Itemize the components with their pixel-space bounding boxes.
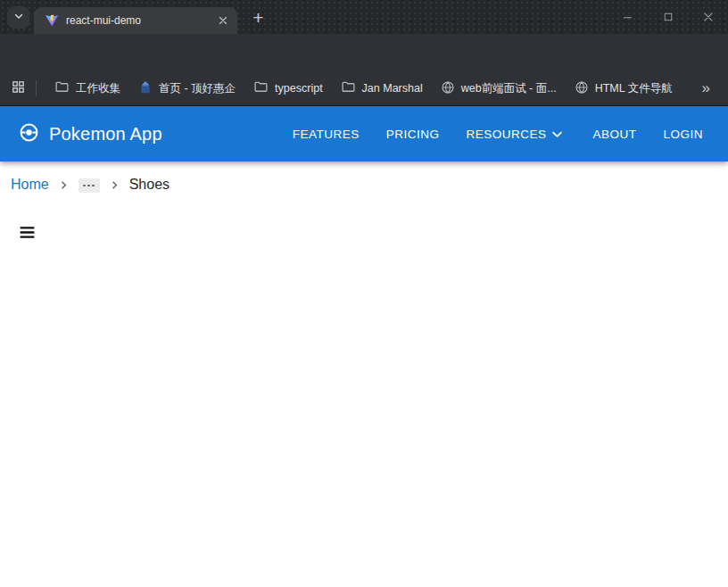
bookmark-folder-typescript[interactable]: typescript — [244, 76, 332, 101]
nav-login-button[interactable]: LOGIN — [656, 122, 710, 146]
more-horiz-icon — [83, 185, 86, 187]
bookmark-label: 工作收集 — [76, 81, 120, 96]
minimize-button[interactable] — [608, 0, 648, 34]
close-window-button[interactable] — [688, 0, 728, 34]
nav-about-button[interactable]: ABOUT — [585, 122, 643, 146]
bookmark-web-interview[interactable]: web前端面试 - 面... — [432, 77, 566, 101]
nav-features-label: FEATURES — [293, 128, 360, 141]
nav-resources-label: RESOURCES — [466, 128, 546, 141]
nav-pricing-label: PRICING — [386, 128, 440, 141]
breadcrumb-current-page: Shoes — [129, 177, 170, 193]
bookmark-label: web前端面试 - 面... — [461, 81, 557, 96]
bookmark-label: typescript — [275, 82, 323, 95]
bookmark-label: Jan Marshal — [362, 82, 423, 95]
bookmark-html-nav[interactable]: HTML 文件导航 — [566, 77, 682, 101]
nav-pricing-button[interactable]: PRICING — [379, 122, 447, 146]
apps-grid-button[interactable] — [7, 78, 29, 99]
folder-icon — [54, 79, 70, 97]
appbar: Pokemon App FEATURES PRICING RESOURCES A… — [0, 106, 728, 161]
breadcrumb-home-link[interactable]: Home — [11, 177, 49, 193]
appbar-nav: FEATURES PRICING RESOURCES ABOUT LOGIN — [285, 118, 710, 151]
tab-strip: react-mui-demo + — [0, 0, 728, 34]
bookmarks-separator — [36, 80, 37, 96]
site-favicon — [138, 80, 153, 97]
vite-favicon-icon — [45, 13, 59, 28]
bookmarks-overflow-button[interactable]: » — [697, 78, 716, 99]
browser-window: react-mui-demo + — [0, 0, 728, 587]
globe-icon — [575, 80, 589, 97]
bookmark-folder-work[interactable]: 工作收集 — [46, 76, 129, 101]
apps-grid-icon — [11, 79, 26, 98]
chevron-right-icon — [56, 178, 71, 193]
bookmark-folder-jan-marshal[interactable]: Jan Marshal — [332, 76, 432, 101]
browser-tab[interactable]: react-mui-demo — [34, 7, 237, 34]
hamburger-menu-button[interactable] — [14, 221, 39, 246]
window-controls — [608, 0, 728, 34]
app-title: Pokemon App — [49, 124, 162, 145]
globe-icon — [441, 80, 455, 97]
chevron-right-icon — [107, 178, 122, 193]
hamburger-icon — [18, 223, 37, 245]
tab-search-button[interactable] — [7, 6, 29, 29]
tab-title: react-mui-demo — [66, 14, 215, 27]
browser-toolbar: localhost:5173/# — [0, 34, 728, 71]
pokeball-logo-button[interactable] — [11, 116, 46, 152]
dropdown-arrow-icon — [549, 123, 566, 145]
chevron-down-icon — [12, 10, 25, 26]
bookmark-label: HTML 文件导航 — [595, 81, 673, 96]
folder-icon — [341, 79, 356, 97]
maximize-button[interactable] — [648, 0, 688, 34]
nav-features-button[interactable]: FEATURES — [285, 122, 367, 146]
pokeball-icon — [18, 121, 40, 147]
folder-icon — [253, 79, 269, 97]
nav-resources-button[interactable]: RESOURCES — [459, 118, 573, 151]
breadcrumb: Home Shoes — [11, 177, 170, 193]
tab-close-icon[interactable] — [215, 13, 230, 29]
bookmarks-bar: 工作收集 首页 - 顶好惠企 typescript Jan Marshal — [0, 71, 728, 106]
bookmark-label: 首页 - 顶好惠企 — [159, 81, 236, 96]
nav-login-label: LOGIN — [663, 128, 703, 141]
breadcrumb-collapsed-button[interactable] — [79, 178, 100, 193]
nav-about-label: ABOUT — [592, 128, 636, 141]
new-tab-button[interactable]: + — [246, 6, 270, 30]
bookmark-homepage[interactable]: 首页 - 顶好惠企 — [129, 77, 244, 101]
